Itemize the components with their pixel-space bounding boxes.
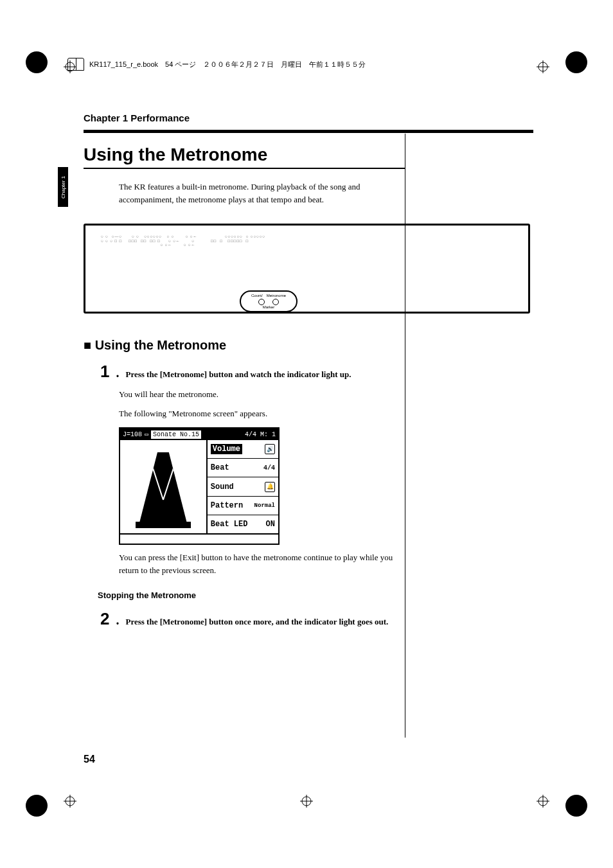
print-mark-icon xyxy=(26,51,48,73)
label-volume: Volume xyxy=(211,444,242,454)
step-dot: . xyxy=(116,613,119,628)
page-content: Chapter 1 Performance Using the Metronom… xyxy=(84,112,533,629)
speaker-icon: 🔊 xyxy=(265,444,275,454)
step-text: Press the [Metronome] button and watch t… xyxy=(125,368,408,381)
label-sound: Sound xyxy=(211,483,234,492)
row-pattern: Pattern Normal xyxy=(208,497,278,515)
screen-footer xyxy=(120,533,278,544)
step-text: Press the [Metronome] button once more, … xyxy=(125,616,408,628)
book-icon xyxy=(67,58,84,71)
row-beat: Beat 4/4 xyxy=(208,459,278,477)
metronome-screen: J=108 ▭ Sonate No.15 4/4 M: 1 Volume 🔊 xyxy=(119,427,280,545)
chapter-title: Chapter 1 Performance xyxy=(84,112,533,123)
step-1: 1. Press the [Metronome] button and watc… xyxy=(100,362,533,382)
button-icon xyxy=(258,299,265,305)
document-header: KR117_115_r_e.book 54 ページ ２００６年２月２７日 月曜日… xyxy=(67,58,366,71)
button-icon xyxy=(272,299,279,305)
panel-diagram: ○ ○ ○—○ ○ ○ ○○○○○○ ○ ○ ○ ○← ○○○○○○ ○ ○○○… xyxy=(84,224,530,314)
time-signature: 4/4 xyxy=(245,431,256,438)
screen-menu: Volume 🔊 Beat 4/4 Sound 🔔 Pattern Normal… xyxy=(208,440,278,533)
registration-mark-icon xyxy=(537,60,549,73)
callout-label-left: Count/ xyxy=(251,294,263,297)
print-mark-icon xyxy=(565,51,587,73)
print-mark-icon xyxy=(565,795,587,817)
body-text: The following "Metronome screen" appears… xyxy=(119,407,408,420)
step-2: 2. Press the [Metronome] button once mor… xyxy=(100,609,533,629)
bell-icon: 🔔 xyxy=(265,482,275,492)
body-text: You will hear the metronome. xyxy=(119,388,408,401)
sub-heading: Using the Metronome xyxy=(84,338,533,353)
row-beat-led: Beat LED ON xyxy=(208,515,278,533)
step-dot: . xyxy=(116,366,119,380)
registration-mark-icon xyxy=(300,795,313,808)
subsection-title: Stopping the Metronome xyxy=(98,590,533,600)
body-text: You can press the [Exit] button to have … xyxy=(119,551,408,576)
diagram-detail: ○ ○ ○—○ ○ ○ ○○○○○○ ○ ○ ○ ○← ○○○○○○ ○ ○○○… xyxy=(101,235,513,247)
label-beat: Beat xyxy=(211,463,229,472)
step-number: 2 xyxy=(100,609,109,629)
step-number: 1 xyxy=(100,362,109,382)
song-title: Sonate No.15 xyxy=(151,430,201,439)
row-sound: Sound 🔔 xyxy=(208,477,278,496)
value-beat-led: ON xyxy=(266,520,275,529)
screen-body: Volume 🔊 Beat 4/4 Sound 🔔 Pattern Normal… xyxy=(120,440,278,533)
registration-mark-icon xyxy=(64,795,76,808)
metronome-graphic xyxy=(120,440,208,533)
chapter-tab: Chapter 1 xyxy=(58,167,68,207)
floppy-icon: ▭ xyxy=(145,430,148,438)
value-pattern: Normal xyxy=(254,502,275,509)
value-beat: 4/4 xyxy=(263,465,275,472)
page-number: 54 xyxy=(84,754,95,765)
intro-paragraph: The KR features a built-in metronome. Du… xyxy=(119,181,395,206)
header-text: KR117_115_r_e.book 54 ページ ２００６年２月２７日 月曜日… xyxy=(89,60,366,69)
label-pattern: Pattern xyxy=(211,501,243,510)
title-rule xyxy=(84,130,533,133)
row-volume: Volume 🔊 xyxy=(208,440,278,459)
print-mark-icon xyxy=(26,795,48,817)
callout-label-bottom: Marker xyxy=(263,305,275,309)
measure-label: M: xyxy=(260,431,268,438)
measure-number: 1 xyxy=(272,431,276,438)
tempo-value: J=108 xyxy=(123,431,142,438)
label-beat-led: Beat LED xyxy=(211,520,248,529)
metronome-icon xyxy=(139,452,187,523)
main-heading: Using the Metronome xyxy=(84,145,405,169)
metronome-button-callout: Count/Metronome Marker xyxy=(240,290,298,312)
screen-titlebar: J=108 ▭ Sonate No.15 4/4 M: 1 xyxy=(120,429,278,440)
registration-mark-icon xyxy=(537,795,549,808)
callout-label-right: Metronome xyxy=(267,294,286,297)
